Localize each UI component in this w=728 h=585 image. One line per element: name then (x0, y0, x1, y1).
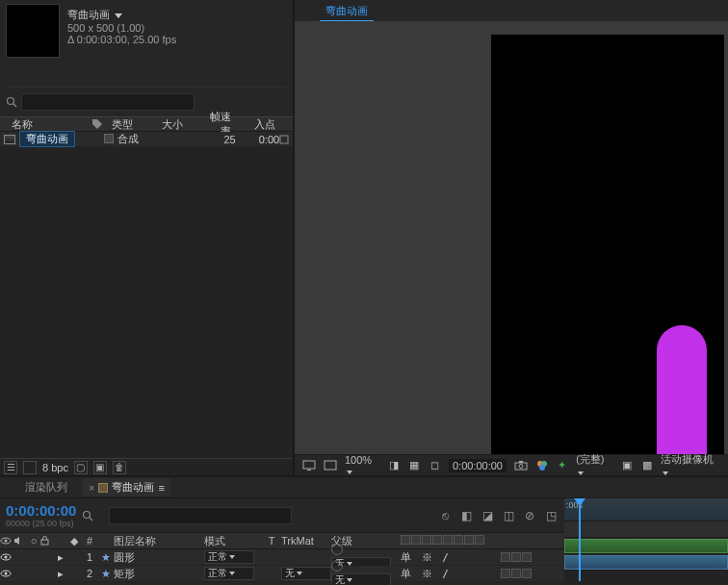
search-icon[interactable] (82, 510, 93, 521)
settings-icon[interactable] (279, 135, 293, 144)
visibility-toggle[interactable] (0, 570, 13, 577)
project-search-input[interactable] (21, 93, 195, 111)
grid-icon[interactable]: ▦ (408, 459, 421, 472)
dropdown-icon (229, 555, 235, 559)
project-list[interactable]: 弯曲动画 合成 25 0:00 (0, 132, 293, 458)
col-type[interactable]: 类型 (112, 117, 162, 132)
monitor-icon[interactable] (324, 459, 337, 472)
col-size[interactable]: 大小 (162, 117, 200, 132)
col-number[interactable]: # (81, 535, 98, 547)
mode-select[interactable]: 正常 (204, 567, 254, 580)
col-mode[interactable]: 模式 (204, 534, 262, 548)
timeline-subtime: 00000 (25.00 fps) (6, 519, 76, 528)
col-name[interactable]: 名称 (12, 117, 92, 132)
svg-point-12 (84, 511, 91, 518)
graph-editor-button[interactable]: ◳ (543, 508, 559, 523)
color-mgmt-icon[interactable]: ✦ (556, 459, 568, 472)
viewer[interactable] (295, 21, 728, 454)
search-icon[interactable] (6, 96, 17, 108)
time-ruler[interactable]: :00s (564, 498, 728, 521)
project-row[interactable]: 弯曲动画 合成 25 0:00 (0, 132, 293, 147)
comp-tab[interactable]: 弯曲动画 (320, 2, 374, 21)
delete-button[interactable]: 🗑 (113, 461, 126, 474)
interpret-footage-button[interactable]: ☰ (4, 461, 17, 474)
camera-select[interactable]: 活动摄像机 (661, 452, 720, 478)
cti-line[interactable] (579, 506, 581, 581)
pick-whip-icon[interactable] (331, 560, 343, 572)
comp-label-swatch (98, 483, 108, 493)
project-column-headers[interactable]: 名称 类型 大小 帧速率 入点 (0, 116, 293, 132)
col-layer-name[interactable]: 图层名称 (114, 534, 204, 548)
snapshot-icon[interactable] (514, 459, 528, 472)
screen-icon[interactable] (302, 459, 316, 472)
zoom-select[interactable]: 100% (345, 454, 380, 477)
track-row[interactable] (564, 554, 728, 571)
col-lock-icon[interactable] (40, 536, 54, 546)
layer-bar[interactable] (564, 539, 728, 553)
expand-icon[interactable]: ▸ (54, 568, 67, 580)
timeline-timecode[interactable]: 0:00:00:00 (6, 502, 76, 519)
new-comp-button[interactable]: ▣ (93, 461, 107, 474)
transparency-grid-icon[interactable]: ▩ (640, 459, 653, 472)
col-switches[interactable] (401, 535, 497, 547)
comp-canvas[interactable] (491, 35, 724, 454)
track-row[interactable] (564, 538, 728, 554)
project-footer: ☰ 8 bpc ▢ ▣ 🗑 (0, 458, 293, 475)
pick-whip-icon[interactable] (331, 544, 343, 555)
draft3d-button[interactable]: ◧ (458, 508, 474, 523)
expand-icon[interactable]: ▸ (54, 551, 67, 564)
switch-boxes[interactable] (501, 552, 532, 562)
label-swatch[interactable] (104, 134, 114, 143)
current-time-indicator[interactable] (574, 498, 585, 506)
timeline-tracks[interactable]: :00s (564, 498, 728, 585)
resolution-select[interactable]: (完整) (576, 452, 612, 478)
row-name[interactable]: 弯曲动画 (19, 131, 75, 147)
close-icon[interactable]: × (89, 482, 94, 494)
composition-icon (4, 135, 15, 144)
layer-row[interactable]: ▸ 2 ★ 矩形 正常 无 (0, 566, 564, 582)
dropdown-icon[interactable] (115, 13, 122, 18)
col-label-icon[interactable]: ◆ (67, 535, 81, 547)
comp-mini-flowchart-button[interactable]: ⎋ (437, 508, 453, 523)
tab-comp[interactable]: × 弯曲动画 ≡ (83, 478, 170, 496)
mask-icon[interactable]: ◻ (429, 459, 441, 472)
col-trkmat[interactable]: TrkMat (281, 535, 331, 547)
shape-pill[interactable] (657, 325, 707, 454)
col-audio-icon[interactable] (13, 536, 27, 546)
channel-icon[interactable] (535, 459, 548, 472)
tab-menu-icon[interactable]: ≡ (158, 482, 164, 494)
col-solo-icon[interactable]: ○ (27, 535, 40, 547)
col-tag[interactable] (92, 119, 112, 129)
project-item-title[interactable]: 弯曲动画 (67, 8, 176, 22)
composition-thumbnail[interactable] (6, 4, 60, 58)
item-duration: Δ 0:00:03:00, 25.00 fps (67, 34, 176, 45)
shape-icon: ★ (98, 551, 114, 564)
tab-render-queue[interactable]: 渲染队列 (19, 478, 73, 496)
switch-boxes[interactable] (501, 569, 532, 578)
motion-blur-button[interactable]: ⊘ (522, 508, 537, 523)
frame-blend-button[interactable]: ◫ (501, 508, 516, 523)
new-folder-button[interactable]: ▢ (74, 461, 88, 474)
timeline-search-input[interactable] (109, 507, 292, 524)
parent-select[interactable]: 无 (331, 573, 391, 585)
trkmat-select[interactable]: 无 (281, 567, 331, 580)
viewer-time[interactable]: 0:00:00:00 (449, 459, 507, 472)
region-icon[interactable]: ▣ (620, 459, 633, 472)
layer-row[interactable]: ▸ 1 ★ 圆形 正常 无 (0, 549, 564, 566)
layer-switches[interactable]: 单 ※ / (401, 550, 497, 565)
layer-name[interactable]: 圆形 (114, 550, 204, 565)
col-t[interactable]: T (262, 535, 281, 547)
shy-button[interactable]: ◪ (480, 508, 495, 523)
mode-select[interactable]: 正常 (204, 550, 254, 564)
half-res-icon[interactable]: ◨ (388, 459, 401, 472)
svg-point-15 (5, 540, 8, 543)
layer-bar[interactable] (564, 555, 728, 570)
col-visibility-icon[interactable] (0, 537, 13, 545)
layer-switches[interactable]: 单 ※ / (401, 567, 497, 581)
svg-line-13 (90, 518, 92, 521)
visibility-toggle[interactable] (0, 553, 13, 561)
layer-name[interactable]: 矩形 (114, 567, 204, 581)
bpc-toggle-button[interactable] (23, 461, 37, 474)
col-in[interactable]: 入点 (237, 117, 275, 132)
svg-point-7 (519, 465, 523, 469)
